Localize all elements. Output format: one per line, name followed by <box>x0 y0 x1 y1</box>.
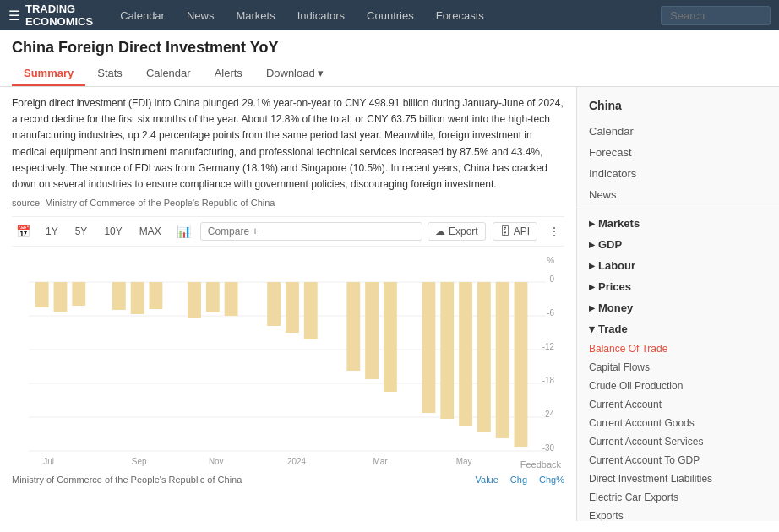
svg-rect-25 <box>346 282 360 371</box>
page-title: China Foreign Direct Investment YoY <box>0 30 779 62</box>
logo-text: TRADINGECONOMICS <box>25 3 93 28</box>
left-content: Foreign direct investment (FDI) into Chi… <box>0 87 576 521</box>
export-icon: ☁ <box>435 225 445 237</box>
chart-toolbar: 📅 1Y 5Y 10Y MAX 📊 ☁ Export 🗄 API ⋮ <box>12 216 564 247</box>
svg-rect-22 <box>267 282 281 326</box>
sidebar-country: China <box>577 94 779 121</box>
sidebar-item-news[interactable]: News <box>577 184 779 205</box>
compare-input[interactable] <box>200 222 422 241</box>
right-sidebar: China Calendar Forecast Indicators News … <box>576 87 779 521</box>
export-button[interactable]: ☁ Export <box>428 222 486 241</box>
source-text: source: Ministry of Commerce of the Peop… <box>12 198 564 208</box>
sidebar-item-calendar[interactable]: Calendar <box>577 121 779 142</box>
chevron-right-icon: ▸ <box>589 301 595 314</box>
svg-rect-26 <box>365 282 379 379</box>
svg-rect-27 <box>384 282 397 392</box>
period-max[interactable]: MAX <box>133 223 167 240</box>
calendar-icon[interactable]: 📅 <box>12 222 35 241</box>
nav-indicators[interactable]: Indicators <box>289 9 353 22</box>
svg-rect-17 <box>131 282 144 314</box>
bar-chart-icon[interactable]: 📊 <box>172 222 195 241</box>
chevron-right-icon: ▸ <box>589 217 595 230</box>
svg-rect-32 <box>496 282 509 438</box>
svg-rect-30 <box>459 282 472 426</box>
period-5y[interactable]: 5Y <box>69 223 94 240</box>
tab-alerts[interactable]: Alerts <box>203 62 254 86</box>
sidebar-sub-exports[interactable]: Exports <box>577 507 779 521</box>
svg-text:Jul: Jul <box>43 457 54 466</box>
sidebar-sub-current-account-services[interactable]: Current Account Services <box>577 432 779 451</box>
api-icon: 🗄 <box>500 225 510 237</box>
svg-text:Sep: Sep <box>132 457 147 466</box>
nav-calendar[interactable]: Calendar <box>112 9 173 22</box>
sidebar-sub-current-account[interactable]: Current Account <box>577 395 779 414</box>
chevron-down-icon: ▾ <box>589 323 595 335</box>
chart-footer: Ministry of Commerce of the People's Rep… <box>12 471 564 488</box>
tab-summary[interactable]: Summary <box>12 62 85 86</box>
footer-chgpct-link[interactable]: Chg% <box>539 475 564 485</box>
svg-text:Mar: Mar <box>373 457 388 466</box>
more-options-icon[interactable]: ⋮ <box>544 222 564 241</box>
nav-countries[interactable]: Countries <box>358 9 422 22</box>
footer-value-link[interactable]: Value <box>476 475 498 485</box>
tab-stats[interactable]: Stats <box>85 62 134 86</box>
sidebar-sub-crude-oil[interactable]: Crude Oil Production <box>577 377 779 395</box>
sidebar-section-gdp[interactable]: ▸ GDP <box>577 234 779 255</box>
sidebar-sub-electric-car[interactable]: Electric Car Exports <box>577 488 779 507</box>
api-button[interactable]: 🗄 API <box>493 222 537 241</box>
tab-calendar[interactable]: Calendar <box>134 62 203 86</box>
svg-rect-29 <box>440 282 454 419</box>
sidebar-item-forecast[interactable]: Forecast <box>577 142 779 163</box>
sidebar-divider-1 <box>577 209 779 209</box>
chart-area: % 0 -6 -12 -18 -24 -30 <box>12 252 564 471</box>
svg-rect-14 <box>54 282 68 312</box>
sidebar-section-prices[interactable]: ▸ Prices <box>577 276 779 297</box>
sidebar-section-money[interactable]: ▸ Money <box>577 297 779 318</box>
footer-chg-link[interactable]: Chg <box>510 475 527 485</box>
svg-rect-18 <box>150 282 163 309</box>
svg-rect-20 <box>206 282 220 312</box>
chart-footer-links: Value Chg Chg% <box>476 475 564 485</box>
toolbar-right: ☁ Export 🗄 API ⋮ <box>428 222 564 241</box>
svg-rect-13 <box>35 282 49 307</box>
sidebar-sub-balance-of-trade[interactable]: Balance Of Trade <box>577 339 779 358</box>
sidebar-item-indicators[interactable]: Indicators <box>577 163 779 184</box>
chevron-right-icon: ▸ <box>589 238 595 251</box>
tab-bar: Summary Stats Calendar Alerts Download ▾ <box>0 62 779 87</box>
search-input[interactable] <box>661 6 771 25</box>
chevron-right-icon: ▸ <box>589 259 595 272</box>
sidebar-sub-direct-investment[interactable]: Direct Investment Liabilities <box>577 470 779 488</box>
svg-rect-33 <box>515 282 528 447</box>
svg-text:%: % <box>547 256 554 265</box>
svg-rect-23 <box>286 282 299 333</box>
top-navigation: ☰ TRADINGECONOMICS Calendar News Markets… <box>0 0 779 30</box>
description-text: Foreign direct investment (FDI) into Chi… <box>12 95 564 193</box>
sidebar-sub-current-account-goods[interactable]: Current Account Goods <box>577 414 779 432</box>
svg-rect-15 <box>72 282 85 306</box>
svg-rect-24 <box>304 282 318 339</box>
chart-source: Ministry of Commerce of the People's Rep… <box>12 475 242 485</box>
svg-rect-19 <box>188 282 201 318</box>
nav-forecasts[interactable]: Forecasts <box>428 9 493 22</box>
nav-markets[interactable]: Markets <box>227 9 283 22</box>
svg-text:0: 0 <box>550 274 555 284</box>
svg-rect-31 <box>477 282 491 432</box>
sidebar-section-trade[interactable]: ▾ Trade <box>577 318 779 339</box>
hamburger-icon[interactable]: ☰ <box>8 8 20 24</box>
sidebar-sub-capital-flows[interactable]: Capital Flows <box>577 358 779 377</box>
period-10y[interactable]: 10Y <box>98 223 128 240</box>
sidebar-section-labour[interactable]: ▸ Labour <box>577 255 779 276</box>
period-1y[interactable]: 1Y <box>40 223 64 240</box>
svg-rect-28 <box>422 282 436 413</box>
tab-download[interactable]: Download ▾ <box>254 62 335 86</box>
sidebar-section-markets[interactable]: ▸ Markets <box>577 213 779 234</box>
site-logo: TRADINGECONOMICS <box>25 3 93 28</box>
svg-text:Nov: Nov <box>209 457 224 466</box>
nav-news[interactable]: News <box>178 9 223 22</box>
svg-text:-6: -6 <box>547 308 554 318</box>
chart-svg: % 0 -6 -12 -18 -24 -30 <box>12 252 564 471</box>
sidebar-sub-current-account-gdp[interactable]: Current Account To GDP <box>577 451 779 470</box>
feedback-button[interactable]: Feedback <box>520 459 561 470</box>
svg-rect-21 <box>225 282 238 316</box>
svg-text:May: May <box>456 457 472 466</box>
